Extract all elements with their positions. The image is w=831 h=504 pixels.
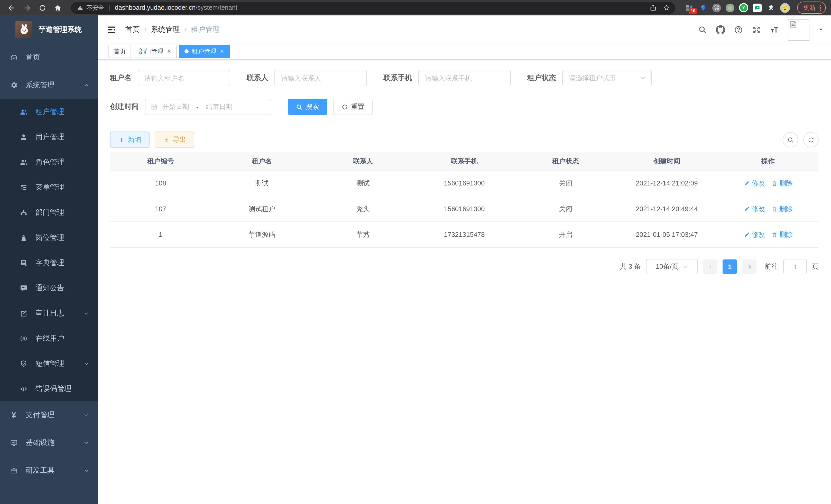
sidebar-item[interactable]: 系统管理 xyxy=(0,71,98,99)
add-button[interactable]: 新增 xyxy=(110,131,149,148)
edit-link[interactable]: 修改 xyxy=(743,230,765,239)
sidebar-item[interactable]: 部门管理 xyxy=(0,200,98,225)
extension-yudao-icon[interactable]: Y xyxy=(739,3,748,12)
breadcrumb-item: 租户管理 xyxy=(191,25,220,34)
sidebar-item-label: 用户管理 xyxy=(35,132,64,142)
edit-link[interactable]: 修改 xyxy=(743,179,765,188)
security-chip[interactable]: 不安全 xyxy=(77,4,104,11)
sidebar-item[interactable]: 研发工具 xyxy=(0,457,98,484)
page-size-caret-icon xyxy=(683,264,688,269)
sidebar-item[interactable]: ¥支付管理 xyxy=(0,401,98,429)
cell-actions: 修改删除 xyxy=(717,170,819,196)
status-placeholder: 请选择租户状态 xyxy=(569,73,616,83)
tab-item[interactable]: 部门管理 xyxy=(134,45,177,58)
trash-icon xyxy=(771,180,777,186)
search-button[interactable]: 搜索 xyxy=(288,99,327,115)
status-select[interactable]: 请选择租户状态 xyxy=(562,70,652,86)
breadcrumb-item[interactable]: 系统管理 xyxy=(151,25,180,34)
share-icon[interactable] xyxy=(650,4,657,11)
tenant-name-input[interactable] xyxy=(138,70,230,86)
table-toolbar: 新增 导出 xyxy=(110,131,819,148)
close-icon[interactable] xyxy=(220,49,225,54)
sidebar-item[interactable]: 菜单管理 xyxy=(0,175,98,200)
mobile-input[interactable] xyxy=(418,70,511,86)
avatar-caret-icon[interactable] xyxy=(818,27,824,32)
tree-table-icon xyxy=(20,183,28,191)
reset-button[interactable]: 重置 xyxy=(333,99,373,115)
user-avatar[interactable] xyxy=(788,19,809,40)
extensions-row: 10 ⌘ Y xyxy=(685,3,790,12)
browser-forward-button[interactable] xyxy=(21,2,33,14)
font-size-icon[interactable] xyxy=(770,25,779,34)
sidebar-menu: 首页系统管理租户管理用户管理角色管理菜单管理部门管理岗位管理字典管理通知公告审计… xyxy=(0,44,98,504)
extension-green-dot-icon[interactable] xyxy=(726,3,735,12)
app-title: 芋道管理系统 xyxy=(38,25,82,34)
sidebar-item[interactable]: 短信管理 xyxy=(0,351,98,376)
browser-update-button[interactable]: 更新 xyxy=(797,2,826,14)
cell-name: 测试租户 xyxy=(211,196,312,222)
contact-input[interactable] xyxy=(275,70,367,86)
delete-link-label: 删除 xyxy=(779,230,793,239)
extensions-puzzle-icon[interactable] xyxy=(766,3,775,12)
sidebar-item-label: 系统管理 xyxy=(26,81,55,90)
edit-link[interactable]: 修改 xyxy=(743,204,765,213)
refresh-table-button[interactable] xyxy=(803,132,819,147)
fullscreen-icon[interactable] xyxy=(752,25,761,34)
tool-icon xyxy=(10,467,18,475)
edit-link-label: 修改 xyxy=(752,179,765,188)
goto-page-input[interactable] xyxy=(783,259,807,274)
sidebar-item[interactable]: 错误码管理 xyxy=(0,376,98,401)
delete-link[interactable]: 删除 xyxy=(771,179,793,188)
help-icon[interactable] xyxy=(734,25,743,34)
current-page-button[interactable]: 1 xyxy=(722,260,737,274)
breadcrumb-item[interactable]: 首页 xyxy=(125,25,140,34)
date-range-picker[interactable]: 开始日期 - 结束日期 xyxy=(145,99,271,115)
tab-item[interactable]: 首页 xyxy=(109,45,131,58)
filter-row-2: 创建时间 开始日期 - 结束日期 搜索 重置 xyxy=(110,99,819,115)
export-button[interactable]: 导出 xyxy=(155,131,194,148)
sidebar-item[interactable]: 在线用户 xyxy=(0,326,98,351)
bookmark-star-icon[interactable] xyxy=(663,4,670,11)
sidebar-item[interactable]: 首页 xyxy=(0,44,98,71)
sidebar-item[interactable]: 通知公告 xyxy=(0,275,98,301)
sidebar-item-active[interactable]: 租户管理 xyxy=(0,99,98,124)
browser-menu-icon[interactable] xyxy=(818,4,823,11)
extension-command-icon[interactable]: ⌘ xyxy=(712,3,721,12)
status-label: 租户状态 xyxy=(527,73,556,83)
delete-link[interactable]: 删除 xyxy=(771,204,793,213)
browser-home-button[interactable] xyxy=(51,2,64,14)
browser-back-button[interactable] xyxy=(5,2,18,14)
table-row: 107测试租户秃头15601691300关闭2021-12-14 20:49:4… xyxy=(110,196,819,222)
extension-balloon-icon[interactable] xyxy=(698,3,708,12)
filter-row-1: 租户名 联系人 联系手机 租户状态 请选择租户状态 xyxy=(110,70,819,86)
sidebar-item[interactable]: 岗位管理 xyxy=(0,225,98,250)
sidebar-item[interactable]: 基础设施 xyxy=(0,429,98,457)
sidebar-item[interactable]: 审计日志 xyxy=(0,301,98,326)
menu-fold-icon[interactable] xyxy=(106,24,117,35)
extension-chat-icon[interactable] xyxy=(753,3,762,12)
toggle-search-button[interactable] xyxy=(783,132,798,147)
browser-reload-button[interactable] xyxy=(36,2,48,14)
main-panel: 首页/系统管理/租户管理 首页部门管理租户管理 租户名 xyxy=(98,16,831,504)
close-icon[interactable] xyxy=(167,49,172,54)
reset-button-label: 重置 xyxy=(351,102,364,112)
delete-link[interactable]: 删除 xyxy=(771,230,793,239)
tab-active[interactable]: 租户管理 xyxy=(179,45,230,58)
cell-name: 芋道源码 xyxy=(211,222,312,247)
search-icon[interactable] xyxy=(698,25,707,34)
extension-tabs-icon[interactable]: 10 xyxy=(685,3,694,12)
profile-avatar-icon[interactable] xyxy=(780,3,790,12)
sidebar-item[interactable]: 用户管理 xyxy=(0,124,98,149)
address-bar[interactable]: 不安全 dashboard.yudao.iocoder.cn/system/te… xyxy=(71,2,675,13)
chevron-up-icon xyxy=(83,82,89,88)
app-logo[interactable]: 芋道管理系统 xyxy=(0,16,98,44)
github-icon[interactable] xyxy=(716,25,725,34)
prev-page-button[interactable] xyxy=(703,260,717,274)
column-header: 创建时间 xyxy=(616,152,717,170)
app-header: 首页/系统管理/租户管理 xyxy=(98,16,831,44)
next-page-button[interactable] xyxy=(742,260,756,274)
sidebar-item[interactable]: 角色管理 xyxy=(0,149,98,175)
page-size-select[interactable]: 10条/页 xyxy=(646,259,698,274)
sidebar-item[interactable]: 字典管理 xyxy=(0,250,98,275)
filter-contact: 联系人 xyxy=(247,70,367,86)
